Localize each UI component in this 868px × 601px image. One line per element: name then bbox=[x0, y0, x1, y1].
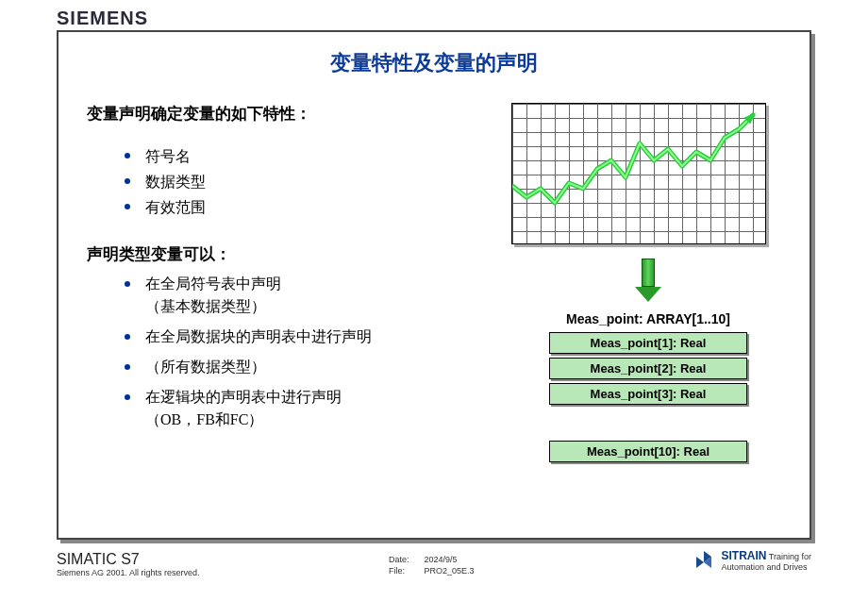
array-declaration-label: Meas_point: ARRAY[1..10] bbox=[511, 311, 785, 326]
list-item: 数据类型 bbox=[125, 169, 483, 194]
array-cell: Meas_point[10]: Real bbox=[549, 441, 747, 462]
slide-footer: SIMATIC S7 Siemens AG 2001. All rights r… bbox=[57, 547, 811, 594]
bullet-sub: （基本数据类型） bbox=[145, 298, 266, 314]
svg-marker-1 bbox=[696, 557, 704, 568]
intro-line-2: 声明类型变量可以： bbox=[87, 243, 483, 265]
bullet-main: 在全局数据块的声明表中进行声明 bbox=[145, 328, 372, 344]
footer-meta: Date: 2024/9/5 File: PRO2_05E.3 bbox=[387, 553, 490, 577]
date-value: 2024/9/5 bbox=[425, 555, 488, 564]
slide-frame: 变量特性及变量的声明 变量声明确定变量的如下特性： 符号名 数据类型 有效范围 … bbox=[57, 30, 811, 540]
chart-svg bbox=[512, 104, 767, 245]
right-content: Meas_point: ARRAY[1..10] Meas_point[1]: … bbox=[511, 103, 785, 466]
list-item: 符号名 bbox=[125, 143, 483, 169]
array-cell: Meas_point[1]: Real bbox=[549, 332, 747, 354]
slide-title: 变量特性及变量的声明 bbox=[58, 49, 810, 77]
sitrain-logo-icon bbox=[693, 549, 715, 572]
product-name: SIMATIC S7 bbox=[57, 551, 200, 568]
sitrain-bold: SITRAIN bbox=[721, 549, 766, 562]
left-content: 变量声明确定变量的如下特性： 符号名 数据类型 有效范围 声明类型变量可以： 在… bbox=[87, 103, 483, 439]
sitrain-line2: Automation and Drives bbox=[721, 562, 811, 572]
list-item: 在全局数据块的声明表中进行声明 bbox=[125, 326, 483, 348]
list-item: 在全局符号表中声明 （基本数据类型） bbox=[125, 273, 483, 318]
footer-right: SITRAIN Training for Automation and Driv… bbox=[693, 549, 811, 572]
line-chart bbox=[511, 103, 766, 244]
bullet-list-1: 符号名 数据类型 有效范围 bbox=[125, 143, 483, 221]
copyright-text: Siemens AG 2001. All rights reserved. bbox=[57, 568, 200, 577]
intro-line-1: 变量声明确定变量的如下特性： bbox=[87, 103, 483, 125]
list-item: （所有数据类型） bbox=[125, 356, 483, 378]
file-value: PRO2_05E.3 bbox=[425, 566, 488, 576]
bullet-list-2: 在全局符号表中声明 （基本数据类型） 在全局数据块的声明表中进行声明 （所有数据… bbox=[125, 273, 483, 431]
array-cell: Meas_point[3]: Real bbox=[549, 383, 747, 405]
sitrain-rest: Training for bbox=[766, 552, 811, 561]
sitrain-text: SITRAIN Training for Automation and Driv… bbox=[721, 549, 811, 572]
array-cell: Meas_point[2]: Real bbox=[549, 358, 747, 379]
bullet-main: （所有数据类型） bbox=[145, 359, 266, 375]
list-item: 有效范围 bbox=[125, 194, 483, 220]
footer-left: SIMATIC S7 Siemens AG 2001. All rights r… bbox=[57, 551, 200, 577]
list-item: 在逻辑块的声明表中进行声明 （OB，FB和FC） bbox=[125, 386, 483, 431]
arrow-down-icon bbox=[635, 259, 661, 302]
file-label: File: bbox=[389, 566, 423, 576]
bullet-main: 在全局符号表中声明 bbox=[145, 275, 281, 292]
date-label: Date: bbox=[389, 555, 423, 564]
bullet-sub: （OB，FB和FC） bbox=[145, 411, 263, 427]
brand-logo: SIEMENS bbox=[57, 8, 148, 29]
bullet-main: 在逻辑块的声明表中进行声明 bbox=[145, 389, 342, 405]
